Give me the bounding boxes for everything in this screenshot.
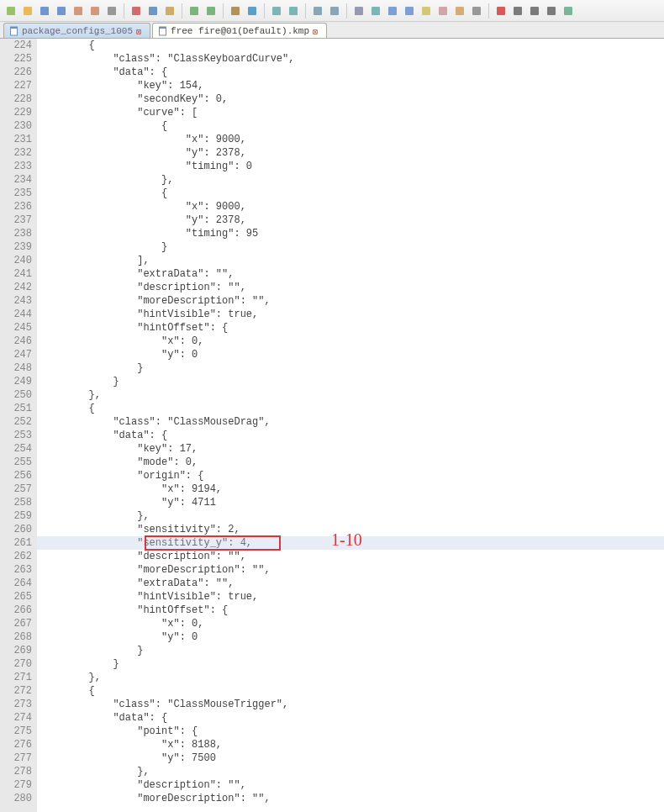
edit-icon[interactable] bbox=[435, 3, 451, 18]
code-line[interactable]: } bbox=[37, 644, 664, 657]
code-line[interactable]: }, bbox=[37, 765, 664, 778]
fast-icon[interactable] bbox=[544, 3, 559, 18]
code-line[interactable]: "x": 9000, bbox=[37, 133, 664, 146]
indent-left-icon[interactable] bbox=[351, 3, 366, 18]
code-line[interactable]: "timing": 95 bbox=[37, 227, 664, 240]
undo-icon[interactable] bbox=[187, 3, 202, 18]
code-line[interactable]: "class": "ClassKeyboardCurve", bbox=[37, 52, 664, 66]
code-line[interactable]: "hintVisible": true, bbox=[37, 590, 664, 604]
code-line[interactable]: "y": 0 bbox=[37, 348, 664, 361]
code-line[interactable]: "sensitivity_y": 4, bbox=[37, 536, 664, 550]
code-area[interactable]: { "class": "ClassKeyboardCurve", "data":… bbox=[37, 39, 664, 812]
code-line[interactable]: "extraData": "", bbox=[37, 267, 664, 281]
code-line[interactable]: "sensitivity": 2, bbox=[37, 523, 664, 536]
code-line[interactable]: "class": "ClassMouseDrag", bbox=[37, 415, 664, 429]
code-line[interactable]: { bbox=[37, 187, 664, 200]
code-line[interactable]: "timing": 0 bbox=[37, 160, 664, 173]
code-line[interactable]: "hintOffset": { bbox=[37, 321, 664, 335]
code-line[interactable]: { bbox=[37, 684, 664, 698]
print-icon[interactable] bbox=[104, 3, 119, 18]
code-line[interactable]: "hintVisible": true, bbox=[37, 308, 664, 321]
code-line[interactable]: { bbox=[37, 39, 664, 52]
close-icon[interactable] bbox=[71, 3, 86, 18]
code-line[interactable]: }, bbox=[37, 509, 664, 523]
code-line[interactable]: "x": 9000, bbox=[37, 200, 664, 214]
cut-icon[interactable] bbox=[129, 3, 144, 18]
play-icon[interactable] bbox=[527, 3, 542, 18]
code-line[interactable]: "mode": 0, bbox=[37, 456, 664, 469]
code-line[interactable]: "y": 2378, bbox=[37, 214, 664, 227]
code-line[interactable]: "extraData": "", bbox=[37, 577, 664, 590]
redo-icon[interactable] bbox=[203, 3, 219, 18]
code-line[interactable]: "y": 2378, bbox=[37, 146, 664, 160]
code-line[interactable]: "data": { bbox=[37, 711, 664, 725]
svg-rect-10 bbox=[190, 7, 198, 15]
outdent-icon[interactable] bbox=[385, 3, 400, 18]
code-line[interactable]: "key": 154, bbox=[37, 79, 664, 92]
code-line[interactable]: "moreDescription": "", bbox=[37, 792, 664, 805]
folder-icon[interactable] bbox=[452, 3, 467, 18]
new-icon[interactable] bbox=[3, 3, 18, 18]
paragraph-icon[interactable] bbox=[368, 3, 383, 18]
copy-icon[interactable] bbox=[145, 3, 161, 18]
code-line[interactable]: "class": "ClassMouseTrigger", bbox=[37, 698, 664, 711]
record-icon[interactable] bbox=[493, 3, 509, 18]
close-icon[interactable]: ⊠ bbox=[136, 27, 145, 35]
line-number: 279 bbox=[0, 778, 32, 792]
word-icon[interactable] bbox=[327, 3, 342, 18]
code-line[interactable]: "data": { bbox=[37, 66, 664, 79]
close-all-icon[interactable] bbox=[87, 3, 103, 18]
code-line[interactable]: "x": 0, bbox=[37, 335, 664, 348]
code-line[interactable]: "origin": { bbox=[37, 469, 664, 482]
run-icon[interactable] bbox=[561, 3, 576, 18]
save-icon[interactable] bbox=[37, 3, 52, 18]
code-line[interactable]: }, bbox=[37, 173, 664, 187]
code-line[interactable]: "moreDescription": "", bbox=[37, 294, 664, 308]
code-line[interactable]: }, bbox=[37, 388, 664, 402]
tab-0[interactable]: package_configs_1005⊠ bbox=[3, 23, 150, 38]
eye-icon[interactable] bbox=[469, 3, 484, 18]
code-line[interactable]: "data": { bbox=[37, 429, 664, 442]
code-line[interactable]: } bbox=[37, 375, 664, 388]
code-line[interactable]: "point": { bbox=[37, 725, 664, 738]
code-line[interactable]: "x": 0, bbox=[37, 617, 664, 630]
code-line[interactable]: "y": 4711 bbox=[37, 496, 664, 509]
indent-icon[interactable] bbox=[402, 3, 417, 18]
file-icon bbox=[158, 26, 168, 36]
zoom-in-icon[interactable] bbox=[269, 3, 284, 18]
highlight-icon[interactable] bbox=[419, 3, 434, 18]
code-line[interactable]: "y": 0 bbox=[37, 630, 664, 644]
code-line[interactable]: "key": 17, bbox=[37, 442, 664, 456]
code-line[interactable]: "x": 9194, bbox=[37, 482, 664, 496]
code-line[interactable]: "curve": [ bbox=[37, 106, 664, 119]
code-line[interactable]: "description": "", bbox=[37, 281, 664, 294]
code-line[interactable]: }, bbox=[37, 671, 664, 684]
code-line[interactable]: "description": "", bbox=[37, 550, 664, 563]
replace-icon[interactable] bbox=[245, 3, 260, 18]
code-line[interactable]: } bbox=[37, 657, 664, 671]
tab-1[interactable]: free fire@01(Default).kmp⊠ bbox=[152, 23, 327, 38]
zoom-out-icon[interactable] bbox=[286, 3, 301, 18]
code-line[interactable]: "moreDescription": "", bbox=[37, 563, 664, 577]
find-icon[interactable] bbox=[228, 3, 243, 18]
code-line[interactable]: { bbox=[37, 119, 664, 133]
open-icon[interactable] bbox=[20, 3, 35, 18]
stop-icon[interactable] bbox=[510, 3, 525, 18]
code-line[interactable]: "description": "", bbox=[37, 778, 664, 792]
code-line[interactable]: { bbox=[37, 402, 664, 415]
wrap-icon[interactable] bbox=[310, 3, 325, 18]
code-line[interactable]: "x": 8188, bbox=[37, 738, 664, 751]
paste-icon[interactable] bbox=[162, 3, 177, 18]
save-all-icon[interactable] bbox=[54, 3, 69, 18]
code-line[interactable]: ], bbox=[37, 254, 664, 267]
line-number: 241 bbox=[0, 267, 32, 281]
code-line[interactable]: "hintOffset": { bbox=[37, 604, 664, 617]
code-line[interactable]: } bbox=[37, 240, 664, 254]
code-line[interactable]: "y": 7500 bbox=[37, 751, 664, 765]
code-line[interactable]: "secondKey": 0, bbox=[37, 92, 664, 106]
line-number: 253 bbox=[0, 429, 32, 442]
code-line[interactable]: } bbox=[37, 361, 664, 375]
close-icon[interactable]: ⊠ bbox=[313, 27, 321, 35]
line-number: 236 bbox=[0, 200, 32, 214]
line-number: 232 bbox=[0, 146, 32, 160]
